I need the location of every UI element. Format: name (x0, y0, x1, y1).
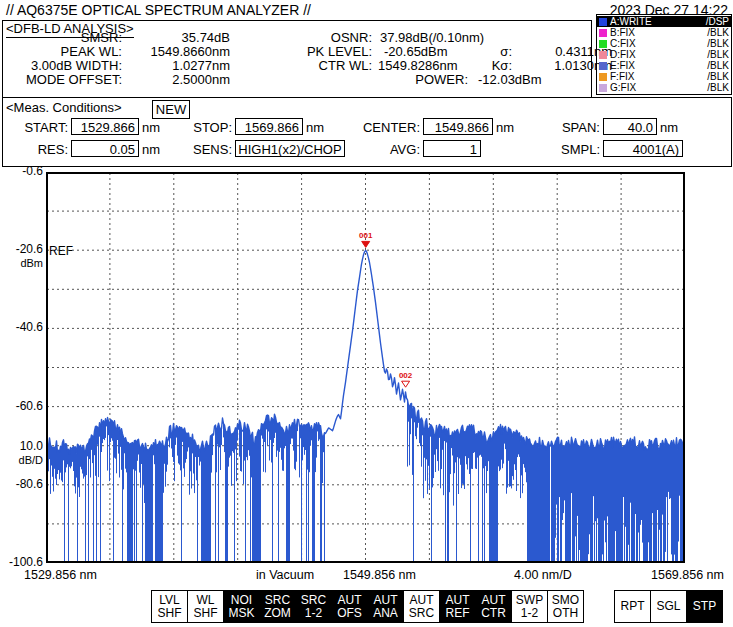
trace-c-color-swatch (599, 40, 607, 48)
aut-ofs-button[interactable]: AUTOFS (331, 590, 368, 623)
swp-1-2-button[interactable]: SWP1-2 (511, 590, 548, 623)
x-left-label: 1529.856 nm (24, 568, 97, 582)
ytick-4: -80.6 (0, 478, 43, 491)
y-scale-unit: dB/D (0, 454, 43, 467)
smpl-input[interactable]: 4001(A) (603, 140, 683, 157)
src-1-2-button[interactable]: SRC1-2 (295, 590, 332, 623)
field-value-peak-wl: 1549.8660nm (124, 45, 230, 59)
svg-text:002: 002 (399, 371, 413, 380)
trace-g-color-swatch (599, 84, 607, 92)
trace-row-c[interactable]: C:FIX /BLK (597, 38, 731, 49)
trace-row-g[interactable]: G:FIX /BLK (597, 82, 731, 93)
stop-input[interactable]: 1569.866 (235, 118, 303, 135)
trace-f-label: F:FIX (610, 71, 707, 82)
rpt-button[interactable]: RPT (614, 590, 651, 623)
trace-b-display-mode: /BLK (707, 27, 729, 38)
ytick-0: -0.6 (0, 165, 43, 178)
field-label-power: POWER: (380, 73, 468, 87)
lvl-shf-button[interactable]: LVLSHF (151, 590, 188, 623)
stp-button[interactable]: STP (686, 590, 723, 623)
sgl-button[interactable]: SGL (650, 590, 687, 623)
spectrum-plot: 001002 (46, 172, 685, 563)
page-title: // AQ6375E OPTICAL SPECTRUM ANALYZER // (6, 2, 311, 18)
trace-row-b[interactable]: B:FIX /BLK (597, 27, 731, 38)
noi-msk-button[interactable]: NOIMSK (223, 590, 260, 623)
res-unit: nm (142, 143, 160, 157)
meas-section-title: <Meas. Conditions> (6, 100, 122, 115)
trace-row-d[interactable]: D:FIX /BLK (597, 49, 731, 60)
trace-b-label: B:FIX (610, 27, 707, 38)
field-value-pk-level: -20.65dBm (384, 45, 448, 59)
trace-row-a[interactable]: A:WRITE /DSP (597, 16, 731, 27)
trace-f-color-swatch (599, 73, 607, 81)
osa-screen: // AQ6375E OPTICAL SPECTRUM ANALYZER // … (0, 0, 733, 627)
aut-src-button[interactable]: AUTSRC (403, 590, 440, 623)
trace-a-label: A:WRITE (610, 16, 706, 27)
res-label: RES: (0, 143, 68, 157)
span-input[interactable]: 40.0 (603, 118, 657, 135)
trace-g-display-mode: /BLK (707, 82, 729, 93)
trace-a-color-swatch (599, 18, 607, 26)
ytick-1: -20.6 (0, 243, 43, 256)
sens-label: SENS: (164, 143, 232, 157)
field-label-ctr-wl: CTR WL: (270, 59, 372, 73)
trace-d-color-swatch (599, 51, 607, 59)
wl-shf-button[interactable]: WLSHF (187, 590, 224, 623)
smpl-label: SMPL: (540, 143, 600, 157)
stop-unit: nm (306, 121, 324, 135)
res-input[interactable]: 0.05 (71, 140, 139, 157)
start-input[interactable]: 1529.866 (71, 118, 139, 135)
trace-c-label: C:FIX (610, 38, 707, 49)
smo-oth-button[interactable]: SMOOTH (547, 590, 584, 623)
field-value-ctr-wl: 1549.8286nm (378, 59, 458, 73)
x-medium-label: in Vacuum (256, 568, 314, 582)
trace-row-e[interactable]: E:FIX /BLK (597, 60, 731, 71)
aut-ref-button[interactable]: AUTREF (439, 590, 476, 623)
trace-g-label: G:FIX (610, 82, 707, 93)
x-center-label: 1549.856 nm (343, 568, 416, 582)
src-zom-button[interactable]: SRCZOM (259, 590, 296, 623)
svg-text:001: 001 (359, 231, 373, 240)
sens-input[interactable]: HIGH1(x2)/CHOP (235, 140, 345, 157)
field-label-mode-offset: MODE OFFSET: (0, 73, 122, 87)
field-label-3db-width: 3.00dB WIDTH: (0, 59, 122, 73)
trace-c-display-mode: /BLK (707, 38, 729, 49)
trace-d-display-mode: /BLK (707, 49, 729, 60)
field-label-osnr: OSNR: (270, 31, 372, 45)
x-right-label: 1569.856 nm (651, 568, 724, 582)
field-value-power: -12.03dBm (478, 73, 542, 87)
field-label-ksigma: Kσ: (480, 59, 512, 73)
field-label-pk-level: PK LEVEL: (270, 45, 372, 59)
trace-e-color-swatch (599, 62, 607, 70)
center-label: CENTER: (352, 121, 420, 135)
field-label-smsr: SMSR: (0, 31, 122, 45)
trace-f-display-mode: /BLK (707, 71, 729, 82)
avg-label: AVG: (352, 143, 420, 157)
start-unit: nm (142, 121, 160, 135)
trace-legend: A:WRITE /DSP B:FIX /BLK C:FIX /BLK D:FIX… (596, 14, 732, 95)
start-label: START: (0, 121, 68, 135)
trace-b-color-swatch (599, 29, 607, 37)
center-input[interactable]: 1549.866 (423, 118, 493, 135)
field-value-3db-width: 1.0277nm (124, 59, 230, 73)
trace-e-display-mode: /BLK (707, 60, 729, 71)
y-scale-value: 10.0 (0, 440, 43, 453)
trace-a-display-mode: /DSP (706, 16, 729, 27)
field-value-osnr: 37.98dB(/0.10nm) (380, 31, 484, 45)
center-unit: nm (496, 121, 514, 135)
avg-input[interactable]: 1 (423, 140, 481, 157)
aut-ctr-button[interactable]: AUTCTR (475, 590, 512, 623)
y-unit-label: dBm (0, 257, 43, 270)
field-value-mode-offset: 2.5000nm (124, 73, 230, 87)
trace-row-f[interactable]: F:FIX /BLK (597, 71, 731, 82)
trace-d-label: D:FIX (610, 49, 707, 60)
field-label-peak-wl: PEAK WL: (0, 45, 122, 59)
x-scale-label: 4.00 nm/D (514, 568, 572, 582)
field-value-smsr: 35.74dB (124, 31, 230, 45)
span-label: SPAN: (540, 121, 600, 135)
ytick-2: -40.6 (0, 321, 43, 334)
field-label-sigma: σ: (480, 45, 512, 59)
aut-ana-button[interactable]: AUTANA (367, 590, 404, 623)
new-button[interactable]: NEW (152, 100, 190, 119)
stop-label: STOP: (164, 121, 232, 135)
